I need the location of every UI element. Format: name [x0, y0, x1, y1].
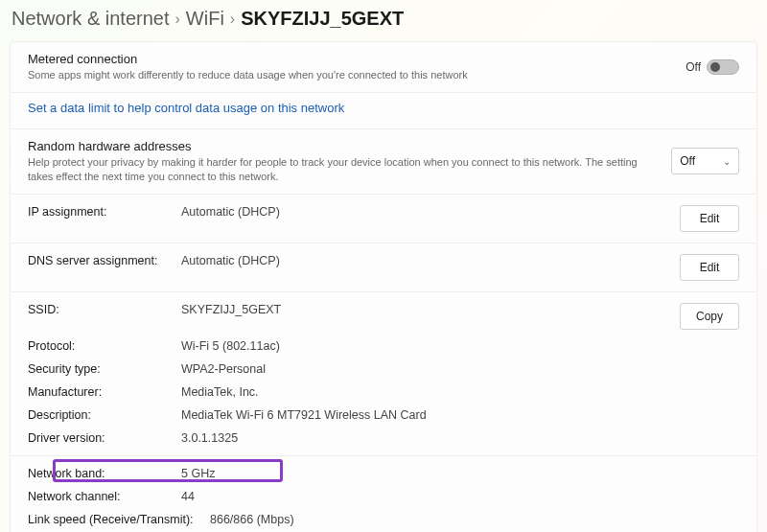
metered-connection-section: Metered connection Some apps might work …	[11, 42, 756, 93]
chevron-right-icon: ›	[175, 11, 180, 28]
description-value: MediaTek Wi-Fi 6 MT7921 Wireless LAN Car…	[181, 408, 739, 422]
manufacturer-value: MediaTek, Inc.	[181, 385, 739, 399]
manufacturer-label: Manufacturer:	[28, 385, 181, 399]
link-speed-value: 866/866 (Mbps)	[210, 513, 739, 526]
random-hw-value: Off	[680, 154, 695, 168]
network-channel-row: Network channel: 44	[11, 485, 756, 508]
protocol-value: Wi-Fi 5 (802.11ac)	[181, 339, 739, 353]
chevron-down-icon: ⌄	[723, 156, 731, 167]
ip-assignment-label: IP assignment:	[28, 205, 181, 232]
protocol-row: Protocol: Wi-Fi 5 (802.11ac)	[11, 335, 756, 358]
ssid-label: SSID:	[28, 303, 181, 330]
network-channel-value: 44	[181, 490, 739, 503]
metered-desc: Some apps might work differently to redu…	[28, 68, 674, 82]
driver-value: 3.0.1.1325	[181, 431, 739, 445]
ip-assignment-value: Automatic (DHCP)	[181, 205, 680, 232]
breadcrumb-wifi[interactable]: WiFi	[186, 8, 224, 30]
description-label: Description:	[28, 408, 181, 422]
security-row: Security type: WPA2-Personal	[11, 358, 756, 381]
dns-edit-button[interactable]: Edit	[680, 254, 739, 281]
random-hw-desc: Help protect your privacy by making it h…	[28, 155, 660, 184]
driver-label: Driver version:	[28, 431, 181, 445]
description-row: Description: MediaTek Wi-Fi 6 MT7921 Wir…	[11, 404, 756, 427]
data-limit-row: Set a data limit to help control data us…	[11, 93, 756, 129]
dns-assignment-row: DNS server assignment: Automatic (DHCP) …	[11, 249, 756, 286]
random-hw-title: Random hardware addresses	[28, 139, 660, 153]
copy-button[interactable]: Copy	[680, 303, 739, 330]
link-speed-row: Link speed (Receive/Transmit): 866/866 (…	[11, 508, 756, 531]
link-speed-label: Link speed (Receive/Transmit):	[28, 513, 210, 526]
ssid-row: SSID: SKYFZIJJ_5GEXT Copy	[11, 298, 756, 335]
breadcrumb: Network & internet › WiFi › SKYFZIJJ_5GE…	[0, 0, 767, 41]
dns-assignment-label: DNS server assignment:	[28, 254, 181, 281]
data-limit-link[interactable]: Set a data limit to help control data us…	[28, 101, 344, 115]
network-band-label: Network band:	[28, 467, 181, 480]
security-value: WPA2-Personal	[181, 362, 739, 376]
network-channel-label: Network channel:	[28, 490, 181, 503]
ip-assignment-row: IP assignment: Automatic (DHCP) Edit	[11, 200, 756, 237]
metered-toggle-state: Off	[686, 60, 701, 74]
ssid-value: SKYFZIJJ_5GEXT	[181, 303, 680, 330]
protocol-label: Protocol:	[28, 339, 181, 353]
manufacturer-row: Manufacturer: MediaTek, Inc.	[11, 381, 756, 404]
metered-title: Metered connection	[28, 52, 674, 66]
random-hw-dropdown[interactable]: Off ⌄	[671, 148, 739, 174]
ip-edit-button[interactable]: Edit	[680, 205, 739, 232]
dns-assignment-value: Automatic (DHCP)	[181, 254, 680, 281]
chevron-right-icon: ›	[230, 11, 235, 28]
security-label: Security type:	[28, 362, 181, 376]
breadcrumb-current: SKYFZIJJ_5GEXT	[241, 8, 404, 30]
network-band-row: Network band: 5 GHz	[11, 462, 756, 485]
breadcrumb-network-internet[interactable]: Network & internet	[12, 8, 170, 30]
driver-row: Driver version: 3.0.1.1325	[11, 427, 756, 450]
random-hw-section: Random hardware addresses Help protect y…	[11, 129, 756, 195]
metered-toggle[interactable]	[707, 59, 739, 75]
settings-panel: Metered connection Some apps might work …	[10, 41, 757, 532]
network-band-value: 5 GHz	[181, 467, 739, 480]
